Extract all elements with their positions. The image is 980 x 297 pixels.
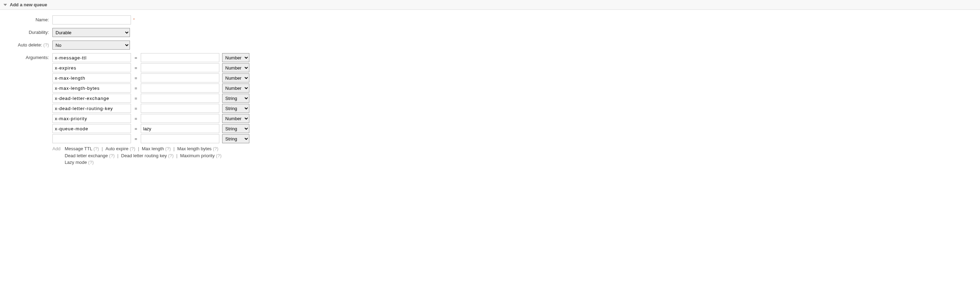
row-arguments: Arguments: =NumberString=NumberString=Nu…	[0, 53, 980, 166]
argument-type-select[interactable]: NumberString	[222, 73, 249, 83]
argument-key-input[interactable]	[52, 53, 131, 62]
argument-value-input[interactable]	[141, 114, 220, 123]
equals-sign: =	[134, 116, 138, 121]
hint-link[interactable]: Max length	[142, 146, 164, 151]
argument-row: =NumberString	[52, 94, 249, 103]
hint-help[interactable]: (?)	[167, 153, 174, 158]
argument-row: =NumberString	[52, 83, 249, 93]
hint-link[interactable]: Maximum priority	[180, 153, 215, 158]
equals-sign: =	[134, 96, 138, 101]
hint-separator: |	[172, 146, 176, 151]
hints-links: Message TTL (?) | Auto expire (?) | Max …	[65, 145, 221, 166]
argument-value-input[interactable]	[141, 94, 220, 103]
argument-type-select[interactable]: NumberString	[222, 53, 249, 62]
argument-key-input[interactable]	[52, 83, 131, 93]
section-title: Add a new queue	[10, 2, 47, 7]
argument-row: =NumberString	[52, 134, 249, 143]
name-input[interactable]	[52, 15, 131, 24]
argument-key-input[interactable]	[52, 114, 131, 123]
equals-sign: =	[134, 55, 138, 61]
hint-help[interactable]: (?)	[164, 146, 171, 151]
hint-link[interactable]: Message TTL	[65, 146, 92, 151]
hint-help[interactable]: (?)	[212, 146, 219, 151]
hint-help[interactable]: (?)	[92, 146, 99, 151]
durability-select[interactable]: Durable	[52, 28, 130, 37]
hint-separator: |	[116, 153, 120, 158]
section-header[interactable]: Add a new queue	[0, 0, 980, 10]
argument-type-select[interactable]: NumberString	[222, 104, 249, 113]
argument-key-input[interactable]	[52, 94, 131, 103]
equals-sign: =	[134, 86, 138, 91]
name-label: Name:	[0, 15, 52, 24]
durability-label: Durability:	[0, 28, 52, 37]
argument-value-input[interactable]	[141, 83, 220, 93]
form-area: Name: * Durability: Durable Auto delete:…	[0, 10, 980, 176]
hint-link[interactable]: Dead letter exchange	[65, 153, 108, 158]
equals-sign: =	[134, 65, 138, 70]
argument-value-input[interactable]	[141, 104, 220, 113]
argument-key-input[interactable]	[52, 134, 131, 143]
argument-row: =NumberString	[52, 73, 249, 83]
argument-row: =NumberString	[52, 63, 249, 72]
required-mark: *	[133, 15, 135, 24]
argument-value-input[interactable]	[141, 63, 220, 72]
argument-row: =NumberString	[52, 124, 249, 133]
row-durability: Durability: Durable	[0, 28, 980, 37]
argument-type-select[interactable]: NumberString	[222, 124, 249, 133]
argument-value-input[interactable]	[141, 124, 220, 133]
argument-type-select[interactable]: NumberString	[222, 94, 249, 103]
arguments-label: Arguments:	[0, 53, 52, 62]
equals-sign: =	[134, 75, 138, 81]
hint-link[interactable]: Max length bytes	[177, 146, 212, 151]
argument-key-input[interactable]	[52, 73, 131, 83]
hint-link[interactable]: Auto expire	[105, 146, 129, 151]
argument-type-select[interactable]: NumberString	[222, 134, 249, 143]
argument-key-input[interactable]	[52, 104, 131, 113]
hint-help[interactable]: (?)	[129, 146, 135, 151]
equals-sign: =	[134, 106, 138, 111]
hint-link[interactable]: Lazy mode	[65, 160, 87, 165]
hints-block: Add Message TTL (?) | Auto expire (?) | …	[52, 145, 249, 166]
hint-link[interactable]: Dead letter routing key	[121, 153, 167, 158]
hints-add-label: Add	[52, 145, 60, 166]
hint-help[interactable]: (?)	[215, 153, 222, 158]
argument-row: =NumberString	[52, 114, 249, 123]
argument-row: =NumberString	[52, 104, 249, 113]
auto-delete-select[interactable]: No	[52, 40, 130, 50]
argument-type-select[interactable]: NumberString	[222, 63, 249, 72]
argument-type-select[interactable]: NumberString	[222, 83, 249, 93]
argument-value-input[interactable]	[141, 134, 220, 143]
hint-help[interactable]: (?)	[108, 153, 115, 158]
hint-help[interactable]: (?)	[87, 160, 94, 165]
row-name: Name: *	[0, 15, 980, 24]
argument-key-input[interactable]	[52, 124, 131, 133]
argument-value-input[interactable]	[141, 53, 220, 62]
arguments-block: =NumberString=NumberString=NumberString=…	[52, 53, 249, 166]
argument-key-input[interactable]	[52, 63, 131, 72]
hint-separator: |	[100, 146, 104, 151]
argument-value-input[interactable]	[141, 73, 220, 83]
chevron-down-icon	[3, 4, 7, 6]
auto-delete-label: Auto delete: (?)	[0, 40, 52, 50]
equals-sign: =	[134, 136, 138, 142]
argument-type-select[interactable]: NumberString	[222, 114, 249, 123]
hint-separator: |	[137, 146, 140, 151]
hint-separator: |	[175, 153, 179, 158]
auto-delete-label-text: Auto delete:	[18, 42, 42, 48]
argument-row: =NumberString	[52, 53, 249, 62]
equals-sign: =	[134, 126, 138, 131]
auto-delete-help[interactable]: (?)	[43, 42, 49, 48]
row-auto-delete: Auto delete: (?) No	[0, 40, 980, 50]
